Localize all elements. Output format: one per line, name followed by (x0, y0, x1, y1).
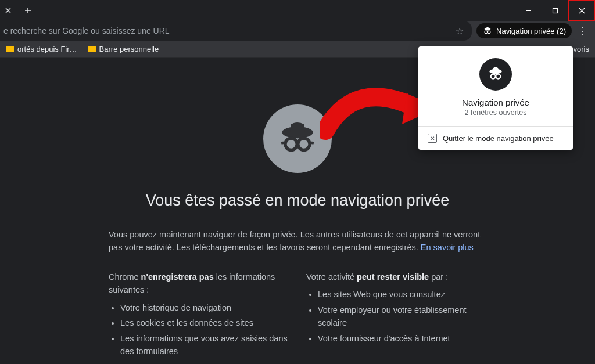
svg-point-11 (496, 74, 500, 79)
learn-more-link[interactable]: En savoir plus (421, 243, 474, 252)
column-still-visible: Votre activité peut rester visible par :… (306, 271, 486, 361)
quit-incognito-button[interactable]: ✕ Quitter le mode navigation privée (418, 127, 573, 150)
svg-point-4 (488, 31, 490, 34)
popup-title: Navigation privée (462, 98, 529, 107)
bookmark-star-icon[interactable]: ☆ (456, 26, 464, 37)
folder-icon (88, 46, 96, 52)
list-item: Votre employeur ou votre établissement s… (318, 304, 486, 330)
popup-subtitle: 2 fenêtres ouvertes (464, 109, 526, 117)
menu-kebab-icon[interactable]: ⋮ (574, 26, 590, 37)
tab-close-button[interactable] (0, 0, 16, 21)
svg-point-7 (298, 138, 310, 150)
folder-icon (6, 46, 14, 52)
close-window-icon: ✕ (428, 134, 437, 143)
list-item: Les informations que vous avez saisies d… (120, 332, 289, 358)
list-item: Les sites Web que vous consultez (318, 288, 486, 301)
list-item: Votre fournisseur d'accès à Internet (318, 332, 486, 345)
popup-action-label: Quitter le mode navigation privée (443, 134, 554, 143)
window-close-button[interactable] (568, 0, 595, 21)
bookmark-label: Barre personnelle (99, 45, 159, 53)
svg-rect-2 (486, 27, 489, 29)
window-maximize-button[interactable] (542, 0, 568, 21)
incognito-chip-label: Navigation privée (2) (496, 27, 566, 35)
list-item: Les cookies et les données de sites (120, 316, 289, 329)
omnibox-placeholder: e recherche sur Google ou saisissez une … (3, 26, 451, 35)
svg-point-10 (491, 74, 496, 79)
bookmark-item[interactable]: ortés depuis Fir… (6, 45, 77, 53)
svg-point-6 (285, 138, 297, 150)
column-not-saved: Chrome n'enregistrera pas les informatio… (109, 271, 289, 361)
incognito-icon (482, 26, 493, 36)
annotation-arrow (320, 75, 430, 151)
incognito-popup: Navigation privée 2 fenêtres ouvertes ✕ … (418, 46, 573, 150)
new-tab-button[interactable] (20, 0, 36, 21)
incognito-indicator-chip[interactable]: Navigation privée (2) (476, 23, 572, 38)
svg-point-3 (485, 31, 488, 34)
incognito-icon (479, 58, 512, 91)
svg-rect-0 (553, 8, 557, 13)
page-title: Vous êtes passé en mode navigation privé… (146, 192, 449, 210)
title-bar (0, 0, 595, 21)
popup-header: Navigation privée 2 fenêtres ouvertes (418, 46, 573, 126)
bookmark-item[interactable]: Barre personnelle (88, 45, 159, 53)
bookmark-label: ortés depuis Fir… (17, 45, 77, 53)
omnibox[interactable]: e recherche sur Google ou saisissez une … (0, 21, 472, 41)
toolbar: e recherche sur Google ou saisissez une … (0, 21, 595, 41)
lead-paragraph: Vous pouvez maintenant naviguer de façon… (109, 228, 486, 254)
window-minimize-button[interactable] (515, 0, 542, 21)
info-columns: Chrome n'enregistrera pas les informatio… (109, 271, 486, 361)
list-item: Votre historique de navigation (120, 301, 289, 314)
